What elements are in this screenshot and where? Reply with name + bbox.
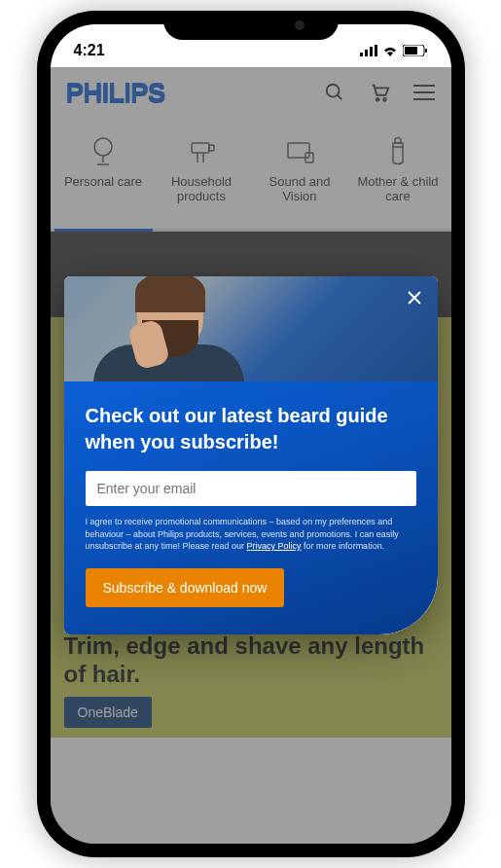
close-icon[interactable] (401, 284, 428, 311)
modal-hero-image (64, 276, 438, 381)
svg-rect-2 (370, 47, 373, 56)
svg-rect-0 (360, 53, 363, 56)
consent-text: I agree to receive promotional communica… (86, 516, 416, 553)
subscribe-button[interactable]: Subscribe & download now (86, 568, 285, 607)
subscribe-modal: Check out our latest beard guide when yo… (64, 276, 438, 634)
email-field[interactable] (86, 471, 416, 506)
wifi-icon (382, 45, 398, 56)
svg-rect-1 (365, 50, 368, 56)
status-icons (360, 45, 428, 56)
svg-rect-3 (375, 45, 377, 56)
consent-part2: for more information. (302, 541, 385, 551)
privacy-policy-link[interactable]: Privacy Policy (247, 541, 302, 551)
modal-title: Check out our latest beard guide when yo… (86, 403, 416, 455)
modal-body: Check out our latest beard guide when yo… (64, 381, 438, 634)
page-content: PHILIPS (51, 67, 451, 844)
battery-icon (403, 45, 428, 56)
signal-icon (360, 45, 377, 56)
phone-frame: 4:21 PHILIPS (37, 11, 465, 857)
svg-rect-5 (405, 47, 417, 54)
status-time: 4:21 (74, 42, 360, 59)
phone-screen: 4:21 PHILIPS (51, 24, 451, 844)
phone-notch (163, 11, 339, 40)
man-photo (93, 276, 259, 381)
svg-rect-6 (425, 49, 427, 53)
